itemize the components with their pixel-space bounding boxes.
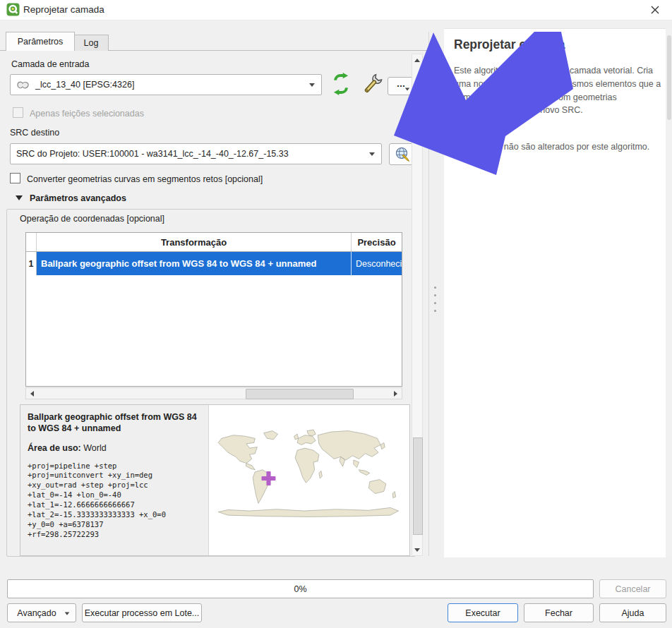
chevron-down-icon: [405, 88, 409, 91]
title-bar: Reprojetar camada: [0, 0, 672, 20]
scroll-left-icon[interactable]: [26, 388, 38, 399]
help-paragraph-2: Os atributos não são alterados por este …: [454, 140, 667, 154]
tab-parameters-label: Parâmetros: [18, 37, 64, 47]
more-options-button[interactable]: …: [388, 77, 414, 95]
iterate-button[interactable]: [329, 73, 354, 97]
world-map: [212, 426, 407, 521]
convert-curves-label: Converter geometrias curvas em segmentos…: [27, 174, 263, 184]
help-panel: Reprojetar camada Este algoritmo reproje…: [444, 28, 666, 557]
help-scrollbar[interactable]: [666, 28, 672, 557]
table-header-row: Transformação Precisão: [26, 233, 402, 252]
input-layer-value: _lcc_13_40 [EPSG:4326]: [35, 80, 134, 90]
column-header-precision: Precisão: [352, 233, 402, 251]
cancel-label: Cancelar: [615, 584, 650, 594]
extent-map-panel: [209, 405, 409, 555]
target-crs-label: SRC destino: [10, 128, 59, 138]
wrench-icon[interactable]: [359, 71, 387, 99]
operation-title: Ballpark geographic offset from WGS 84 t…: [28, 411, 201, 435]
coordinate-operation-label: Operação de coordenadas [opcional]: [20, 214, 164, 224]
table-horizontal-scrollbar[interactable]: [25, 387, 402, 399]
help-paragraph-1: Este algoritmo reprojeta uma camada veto…: [454, 64, 667, 117]
close-icon[interactable]: [644, 1, 666, 18]
help-button[interactable]: Ajuda: [599, 603, 666, 622]
chevron-down-icon: [65, 612, 70, 615]
window-title: Reprojetar camada: [23, 4, 104, 15]
progress-bar: 0%: [7, 579, 594, 598]
target-crs-value: SRC do Projeto: USER:100001 - wa3141_lcc…: [16, 149, 289, 159]
parameters-vertical-scrollbar[interactable]: [412, 54, 423, 556]
advanced-parameters-label[interactable]: Parâmetros avançados: [30, 193, 126, 203]
splitter-grip-icon[interactable]: [434, 286, 436, 289]
target-crs-combobox[interactable]: SRC do Projeto: USER:100001 - wa3141_lcc…: [10, 143, 382, 164]
splitter-grip-icon[interactable]: [434, 302, 436, 304]
scroll-up-icon[interactable]: [412, 54, 422, 66]
advanced-button[interactable]: Avançado: [7, 603, 76, 622]
tab-parameters[interactable]: Parâmetros: [6, 32, 75, 51]
close-button[interactable]: Fechar: [524, 603, 594, 622]
chevron-down-icon: [309, 83, 315, 87]
input-layer-combobox[interactable]: _lcc_13_40 [EPSG:4326]: [10, 74, 322, 95]
corner-header-cell: [26, 233, 37, 251]
chevron-down-icon: [369, 152, 375, 156]
close-label: Fechar: [545, 608, 572, 618]
advanced-button-label: Avançado: [17, 608, 56, 618]
run-label: Executar: [465, 608, 500, 618]
proj-string: +proj=pipeline +step +proj=unitconvert +…: [28, 461, 201, 540]
column-header-transform: Transformação: [37, 233, 352, 251]
operation-details-panel: Ballpark geographic offset from WGS 84 t…: [20, 404, 410, 556]
cancel-button: Cancelar: [599, 579, 666, 598]
vscroll-thumb[interactable]: [413, 437, 423, 535]
vector-layer-icon: [16, 80, 30, 90]
help-scroll-thumb[interactable]: [667, 35, 671, 120]
precision-cell: Desconhecida: [352, 252, 402, 275]
hscroll-thumb[interactable]: [246, 389, 354, 399]
progress-value: 0%: [294, 584, 306, 594]
area-of-use: Área de uso: World: [28, 443, 201, 453]
tab-log[interactable]: Log: [73, 35, 109, 51]
area-of-use-label: Área de uso:: [28, 443, 81, 453]
area-of-use-value: World: [83, 443, 106, 453]
operation-description: Ballpark geographic offset from WGS 84 t…: [20, 405, 209, 555]
help-title: Reprojetar camada: [454, 37, 565, 52]
reproject-layer-dialog: Reprojetar camada Parâmetros Log Camada …: [0, 0, 672, 628]
input-layer-label: Camada de entrada: [11, 59, 90, 69]
scroll-right-icon[interactable]: [390, 388, 402, 399]
run-as-batch-button[interactable]: Executar processo em Lote...: [82, 603, 202, 622]
more-options-label: …: [397, 79, 406, 89]
collapse-triangle-icon[interactable]: [16, 195, 23, 200]
table-row[interactable]: 1 Ballpark geographic offset from WGS 84…: [26, 252, 402, 275]
selected-features-checkbox: [13, 107, 23, 118]
selected-features-label: Apenas feições selecionadas: [30, 109, 144, 119]
transform-cell: Ballpark geographic offset from WGS 84 t…: [37, 252, 352, 275]
splitter-grip-icon[interactable]: [434, 310, 436, 312]
tab-log-label: Log: [84, 38, 99, 48]
row-number-cell: 1: [26, 252, 37, 275]
qgis-logo-icon: [6, 3, 20, 16]
panel-splitter[interactable]: [428, 32, 429, 556]
run-as-batch-label: Executar processo em Lote...: [85, 608, 200, 618]
globe-edit-icon: [394, 146, 411, 163]
coordinate-operation-table[interactable]: Transformação Precisão 1 Ballpark geogra…: [25, 232, 402, 387]
run-button[interactable]: Executar: [448, 603, 518, 622]
convert-curves-checkbox[interactable]: [10, 173, 20, 183]
splitter-grip-icon[interactable]: [434, 294, 436, 296]
help-label: Ajuda: [622, 608, 644, 618]
scroll-down-icon[interactable]: [412, 544, 422, 555]
